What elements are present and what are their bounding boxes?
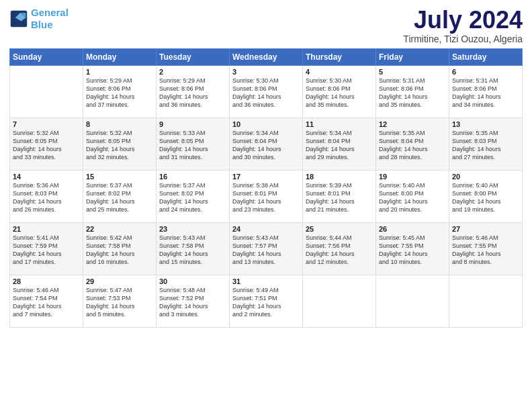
day-number: 16	[159, 173, 226, 181]
day-number: 31	[232, 277, 300, 285]
day-info: Sunrise: 5:29 AM Sunset: 8:06 PM Dayligh…	[86, 77, 153, 109]
day-number: 11	[306, 120, 373, 128]
day-cell: 27Sunrise: 5:46 AM Sunset: 7:55 PM Dayli…	[449, 222, 523, 275]
day-info: Sunrise: 5:48 AM Sunset: 7:52 PM Dayligh…	[159, 286, 226, 319]
day-header-wednesday: Wednesday	[230, 48, 303, 65]
day-info: Sunrise: 5:34 AM Sunset: 8:04 PM Dayligh…	[232, 129, 300, 162]
day-info: Sunrise: 5:33 AM Sunset: 8:05 PM Dayligh…	[159, 129, 226, 162]
day-info: Sunrise: 5:43 AM Sunset: 7:58 PM Dayligh…	[159, 234, 226, 267]
calendar-page: General Blue July 2024 Tirmitine, Tizi O…	[0, 0, 532, 411]
logo: General Blue	[9, 7, 69, 31]
day-info: Sunrise: 5:40 AM Sunset: 8:00 PM Dayligh…	[379, 181, 446, 214]
day-number: 1	[86, 68, 153, 76]
day-cell: 12Sunrise: 5:35 AM Sunset: 8:04 PM Dayli…	[376, 118, 449, 170]
day-number: 12	[379, 120, 446, 128]
day-header-thursday: Thursday	[303, 48, 376, 65]
day-info: Sunrise: 5:44 AM Sunset: 7:56 PM Dayligh…	[306, 234, 373, 267]
day-info: Sunrise: 5:41 AM Sunset: 7:59 PM Dayligh…	[13, 234, 80, 267]
day-cell: 15Sunrise: 5:37 AM Sunset: 8:02 PM Dayli…	[83, 170, 157, 222]
day-info: Sunrise: 5:37 AM Sunset: 8:02 PM Dayligh…	[159, 181, 226, 214]
day-number: 13	[452, 120, 519, 128]
day-info: Sunrise: 5:31 AM Sunset: 8:06 PM Dayligh…	[452, 77, 519, 109]
day-number: 8	[86, 120, 153, 128]
day-number: 2	[159, 68, 226, 76]
day-number: 3	[232, 68, 300, 76]
day-info: Sunrise: 5:47 AM Sunset: 7:53 PM Dayligh…	[86, 286, 153, 319]
day-header-sunday: Sunday	[10, 48, 83, 65]
day-header-tuesday: Tuesday	[157, 48, 230, 65]
logo-text: General Blue	[31, 7, 69, 31]
day-cell: 26Sunrise: 5:45 AM Sunset: 7:55 PM Dayli…	[376, 222, 449, 275]
week-row-2: 7Sunrise: 5:32 AM Sunset: 8:05 PM Daylig…	[10, 118, 523, 170]
day-info: Sunrise: 5:34 AM Sunset: 8:04 PM Dayligh…	[306, 129, 373, 162]
day-number: 7	[13, 120, 80, 128]
day-cell: 2Sunrise: 5:29 AM Sunset: 8:06 PM Daylig…	[157, 65, 230, 118]
day-cell: 8Sunrise: 5:32 AM Sunset: 8:05 PM Daylig…	[83, 118, 157, 170]
day-cell	[303, 275, 376, 327]
day-number: 27	[452, 225, 519, 233]
day-number: 25	[306, 225, 373, 233]
day-cell: 28Sunrise: 5:46 AM Sunset: 7:54 PM Dayli…	[10, 275, 83, 327]
day-cell: 25Sunrise: 5:44 AM Sunset: 7:56 PM Dayli…	[303, 222, 376, 275]
day-number: 28	[13, 277, 80, 285]
day-cell: 11Sunrise: 5:34 AM Sunset: 8:04 PM Dayli…	[303, 118, 376, 170]
title-block: July 2024 Tirmitine, Tizi Ouzou, Algeria	[403, 7, 523, 44]
day-info: Sunrise: 5:30 AM Sunset: 8:06 PM Dayligh…	[232, 77, 300, 109]
day-number: 14	[13, 173, 80, 181]
day-number: 18	[306, 173, 373, 181]
week-row-1: 1Sunrise: 5:29 AM Sunset: 8:06 PM Daylig…	[10, 65, 523, 118]
day-info: Sunrise: 5:32 AM Sunset: 8:05 PM Dayligh…	[86, 129, 153, 162]
day-number: 17	[232, 173, 300, 181]
subtitle: Tirmitine, Tizi Ouzou, Algeria	[403, 34, 523, 44]
day-number: 6	[452, 68, 519, 76]
day-cell: 7Sunrise: 5:32 AM Sunset: 8:05 PM Daylig…	[10, 118, 83, 170]
week-row-4: 21Sunrise: 5:41 AM Sunset: 7:59 PM Dayli…	[10, 222, 523, 275]
day-info: Sunrise: 5:39 AM Sunset: 8:01 PM Dayligh…	[306, 181, 373, 214]
day-number: 24	[232, 225, 300, 233]
day-number: 21	[13, 225, 80, 233]
day-cell: 18Sunrise: 5:39 AM Sunset: 8:01 PM Dayli…	[303, 170, 376, 222]
day-cell: 5Sunrise: 5:31 AM Sunset: 8:06 PM Daylig…	[376, 65, 449, 118]
day-cell: 9Sunrise: 5:33 AM Sunset: 8:05 PM Daylig…	[157, 118, 230, 170]
day-info: Sunrise: 5:35 AM Sunset: 8:03 PM Dayligh…	[452, 129, 519, 162]
day-cell: 14Sunrise: 5:36 AM Sunset: 8:03 PM Dayli…	[10, 170, 83, 222]
day-info: Sunrise: 5:37 AM Sunset: 8:02 PM Dayligh…	[86, 181, 153, 214]
day-cell: 4Sunrise: 5:30 AM Sunset: 8:06 PM Daylig…	[303, 65, 376, 118]
day-number: 15	[86, 173, 153, 181]
day-cell: 1Sunrise: 5:29 AM Sunset: 8:06 PM Daylig…	[83, 65, 157, 118]
day-cell: 23Sunrise: 5:43 AM Sunset: 7:58 PM Dayli…	[157, 222, 230, 275]
day-cell: 24Sunrise: 5:43 AM Sunset: 7:57 PM Dayli…	[230, 222, 303, 275]
day-cell: 30Sunrise: 5:48 AM Sunset: 7:52 PM Dayli…	[157, 275, 230, 327]
day-info: Sunrise: 5:30 AM Sunset: 8:06 PM Dayligh…	[306, 77, 373, 109]
day-number: 5	[379, 68, 446, 76]
day-cell: 6Sunrise: 5:31 AM Sunset: 8:06 PM Daylig…	[449, 65, 523, 118]
logo-icon	[9, 9, 28, 28]
day-info: Sunrise: 5:43 AM Sunset: 7:57 PM Dayligh…	[232, 234, 300, 267]
day-info: Sunrise: 5:35 AM Sunset: 8:04 PM Dayligh…	[379, 129, 446, 162]
day-cell: 10Sunrise: 5:34 AM Sunset: 8:04 PM Dayli…	[230, 118, 303, 170]
day-info: Sunrise: 5:46 AM Sunset: 7:54 PM Dayligh…	[13, 286, 80, 319]
calendar-table: SundayMondayTuesdayWednesdayThursdayFrid…	[9, 48, 523, 328]
header-row: SundayMondayTuesdayWednesdayThursdayFrid…	[10, 48, 523, 65]
day-cell: 29Sunrise: 5:47 AM Sunset: 7:53 PM Dayli…	[83, 275, 157, 327]
day-cell	[10, 65, 83, 118]
day-info: Sunrise: 5:40 AM Sunset: 8:00 PM Dayligh…	[452, 181, 519, 214]
day-number: 26	[379, 225, 446, 233]
week-row-3: 14Sunrise: 5:36 AM Sunset: 8:03 PM Dayli…	[10, 170, 523, 222]
day-cell: 21Sunrise: 5:41 AM Sunset: 7:59 PM Dayli…	[10, 222, 83, 275]
day-cell: 31Sunrise: 5:49 AM Sunset: 7:51 PM Dayli…	[230, 275, 303, 327]
day-number: 9	[159, 120, 226, 128]
day-cell: 19Sunrise: 5:40 AM Sunset: 8:00 PM Dayli…	[376, 170, 449, 222]
day-info: Sunrise: 5:38 AM Sunset: 8:01 PM Dayligh…	[232, 181, 300, 214]
day-cell: 20Sunrise: 5:40 AM Sunset: 8:00 PM Dayli…	[449, 170, 523, 222]
day-cell: 17Sunrise: 5:38 AM Sunset: 8:01 PM Dayli…	[230, 170, 303, 222]
main-title: July 2024	[403, 7, 523, 34]
day-header-saturday: Saturday	[449, 48, 523, 65]
day-cell	[449, 275, 523, 327]
day-info: Sunrise: 5:49 AM Sunset: 7:51 PM Dayligh…	[232, 286, 300, 319]
day-header-friday: Friday	[376, 48, 449, 65]
day-cell	[376, 275, 449, 327]
day-cell: 13Sunrise: 5:35 AM Sunset: 8:03 PM Dayli…	[449, 118, 523, 170]
day-number: 30	[159, 277, 226, 285]
day-number: 23	[159, 225, 226, 233]
